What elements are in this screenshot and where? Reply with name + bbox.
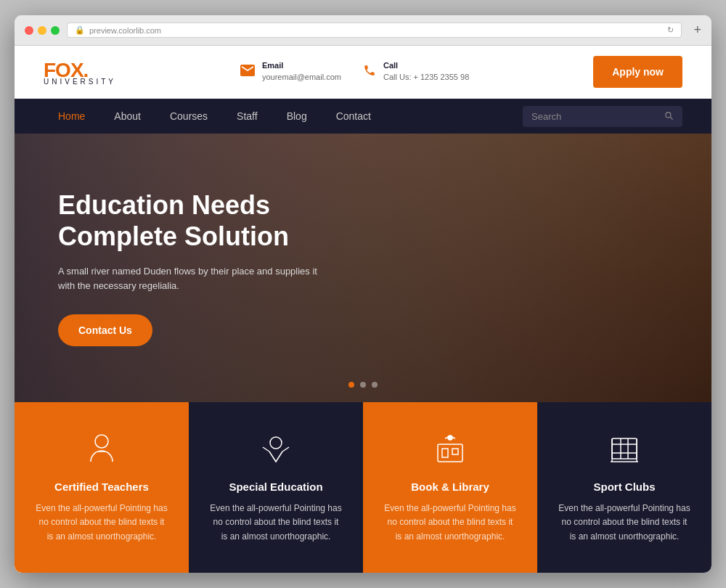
top-header: FOX. UNIVERSITY Email youremail@email.co… [15, 46, 711, 99]
nav-item-home[interactable]: Home [44, 99, 99, 134]
svg-point-9 [270, 437, 282, 449]
svg-rect-12 [438, 444, 462, 462]
logo-subtitle: UNIVERSITY [44, 78, 116, 86]
address-bar[interactable]: 🔒 preview.colorlib.com ↻ [67, 23, 682, 38]
hero-dot-3[interactable] [372, 382, 378, 388]
nav-link-home[interactable]: Home [44, 99, 99, 134]
email-info: Email youremail@email.com [262, 61, 341, 83]
logo[interactable]: FOX. UNIVERSITY [44, 59, 116, 86]
nav-link-blog[interactable]: Blog [272, 99, 322, 134]
feature-title-2: Book & Library [383, 481, 517, 493]
maximize-dot[interactable] [51, 26, 60, 35]
svg-rect-14 [452, 449, 458, 454]
feature-title-0: Certified Teachers [35, 481, 168, 493]
features-section: Certified Teachers Even the all-powerful… [15, 402, 711, 573]
svg-point-15 [448, 436, 452, 440]
hero-description: A small river named Duden flows by their… [58, 264, 334, 295]
close-dot[interactable] [25, 26, 33, 35]
apply-now-button[interactable]: Apply now [593, 56, 682, 88]
svg-point-7 [95, 435, 108, 448]
feature-special-education: Special Education Even the all-powerful … [189, 402, 363, 573]
browser-chrome: 🔒 preview.colorlib.com ↻ + [15, 15, 711, 46]
email-contact: Email youremail@email.com [240, 61, 341, 83]
email-icon [240, 65, 255, 79]
minimize-dot[interactable] [38, 26, 46, 35]
search-bar[interactable] [523, 106, 682, 127]
feature-desc-2: Even the all-powerful Pointing has no co… [383, 502, 517, 544]
search-icon [664, 110, 674, 123]
hero-dot-2[interactable] [360, 382, 366, 388]
svg-rect-13 [442, 449, 448, 457]
library-icon [383, 431, 517, 481]
feature-desc-0: Even the all-powerful Pointing has no co… [35, 502, 168, 544]
hero-dots [348, 382, 378, 388]
feature-desc-1: Even the all-powerful Pointing has no co… [209, 502, 343, 544]
nav-links: Home About Courses Staff Blog Contact [44, 99, 386, 134]
svg-line-11 [282, 447, 289, 452]
call-value: Call Us: + 1235 2355 98 [383, 73, 469, 81]
new-tab-icon[interactable]: + [693, 23, 701, 38]
education-icon [209, 431, 343, 481]
feature-certified-teachers: Certified Teachers Even the all-powerful… [15, 402, 189, 573]
nav-item-blog[interactable]: Blog [272, 99, 322, 134]
hero-content: Education Needs Complete Solution A smal… [15, 189, 392, 346]
nav-link-courses[interactable]: Courses [155, 99, 222, 134]
nav-item-staff[interactable]: Staff [222, 99, 272, 134]
phone-contact: Call Call Us: + 1235 2355 98 [363, 61, 469, 83]
address-text: preview.colorlib.com [89, 26, 161, 35]
feature-book-library: Book & Library Even the all-powerful Poi… [363, 402, 537, 573]
call-label: Call [383, 61, 469, 70]
nav-link-about[interactable]: About [99, 99, 155, 134]
navbar: Home About Courses Staff Blog Contact [15, 99, 711, 134]
nav-item-courses[interactable]: Courses [155, 99, 222, 134]
refresh-icon[interactable]: ↻ [667, 25, 674, 35]
browser-window: 🔒 preview.colorlib.com ↻ + FOX. UNIVERSI… [15, 15, 711, 573]
contact-us-button[interactable]: Contact Us [58, 314, 152, 346]
header-contacts: Email youremail@email.com Call Call Us: … [240, 61, 469, 83]
teacher-icon [35, 431, 168, 481]
search-input[interactable] [531, 111, 658, 122]
sport-icon [558, 431, 691, 481]
site-content: FOX. UNIVERSITY Email youremail@email.co… [15, 46, 711, 573]
hero-dot-1[interactable] [348, 382, 354, 388]
window-controls [25, 26, 60, 35]
nav-item-about[interactable]: About [99, 99, 155, 134]
feature-sport-clubs: Sport Clubs Even the all-powerful Pointi… [537, 402, 711, 573]
feature-desc-3: Even the all-powerful Pointing has no co… [558, 502, 691, 544]
svg-line-10 [263, 447, 269, 452]
hero-section: Education Needs Complete Solution A smal… [15, 134, 711, 402]
nav-link-contact[interactable]: Contact [322, 99, 386, 134]
feature-title-1: Special Education [209, 481, 343, 493]
nav-link-staff[interactable]: Staff [222, 99, 272, 134]
phone-icon [363, 64, 376, 80]
svg-rect-16 [612, 438, 637, 459]
nav-item-contact[interactable]: Contact [322, 99, 386, 134]
feature-title-3: Sport Clubs [558, 481, 691, 493]
email-value: youremail@email.com [262, 73, 341, 81]
email-label: Email [262, 61, 341, 70]
hero-title: Education Needs Complete Solution [58, 189, 348, 252]
phone-info: Call Call Us: + 1235 2355 98 [383, 61, 469, 83]
